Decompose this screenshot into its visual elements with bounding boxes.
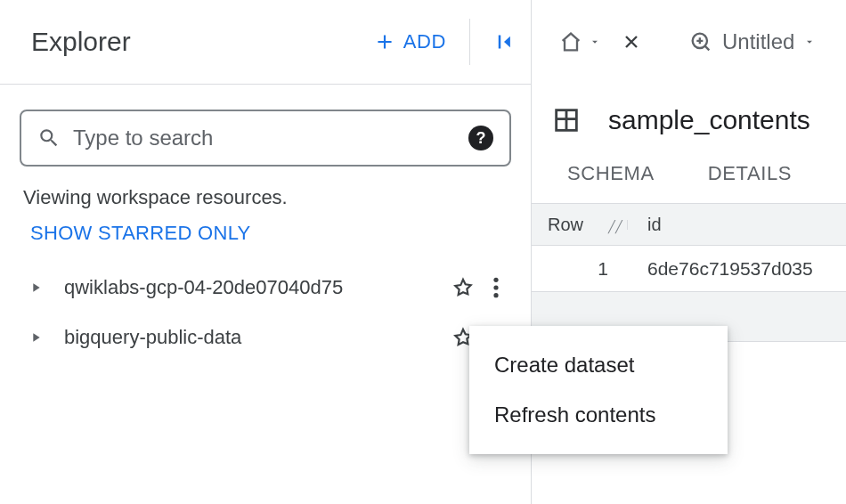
- breadcrumb: sample_contents: [532, 84, 846, 135]
- plus-icon: [373, 30, 396, 53]
- svg-rect-9: [567, 111, 575, 118]
- collapse-left-icon: [491, 28, 517, 55]
- search-input[interactable]: [73, 126, 456, 150]
- query-tab[interactable]: Untitled: [688, 29, 816, 54]
- tree-item-label: qwiklabs-gcp-04-20de07040d75: [45, 276, 445, 299]
- resize-handle-icon[interactable]: ╱╱: [608, 220, 622, 233]
- tab-bar: Untitled: [532, 0, 846, 84]
- tree-item-label: bigquery-public-data: [45, 326, 445, 349]
- svg-rect-10: [557, 120, 565, 129]
- star-outline-icon: [451, 276, 475, 299]
- tree-item-project[interactable]: bigquery-public-data: [20, 313, 511, 362]
- sidebar-title: Explorer: [31, 27, 366, 57]
- more-vert-icon: [492, 276, 500, 299]
- caret-down-icon: [589, 36, 601, 48]
- caret-right-icon: [27, 330, 45, 345]
- resources-hint: Viewing workspace resources.: [20, 186, 511, 209]
- divider: [469, 19, 470, 65]
- results-table: Row ╱╱ id 1 6de76c719537d035: [532, 203, 846, 342]
- tree-item-project[interactable]: qwiklabs-gcp-04-20de07040d75: [20, 263, 511, 313]
- add-button-label: ADD: [403, 30, 446, 53]
- explorer-sidebar: Explorer ADD ? Viewin: [0, 0, 532, 504]
- star-button[interactable]: [445, 270, 481, 305]
- header-id[interactable]: id: [628, 215, 662, 235]
- sub-tabs: SCHEMA DETAILS: [532, 135, 846, 203]
- tab-schema[interactable]: SCHEMA: [567, 162, 655, 185]
- add-button[interactable]: ADD: [366, 25, 453, 59]
- svg-point-0: [493, 278, 498, 282]
- help-icon[interactable]: ?: [468, 126, 493, 150]
- search-field[interactable]: ?: [20, 110, 511, 167]
- table-header: Row ╱╱ id: [532, 203, 846, 246]
- close-tab-button[interactable]: [621, 31, 642, 53]
- svg-rect-11: [567, 120, 575, 129]
- header-row[interactable]: Row ╱╱: [532, 215, 628, 235]
- show-starred-button[interactable]: SHOW STARRED ONLY: [30, 222, 251, 245]
- search-icon: [37, 126, 61, 150]
- context-menu: Create dataset Refresh contents: [469, 326, 728, 454]
- table-icon: [551, 105, 582, 135]
- query-icon: [688, 29, 713, 54]
- home-tab[interactable]: [558, 29, 601, 54]
- caret-right-icon: [27, 280, 45, 295]
- svg-point-1: [493, 285, 498, 289]
- caret-down-icon: [803, 36, 816, 48]
- tab-details[interactable]: DETAILS: [708, 162, 792, 185]
- cell-id: 6de76c719537d035: [628, 258, 813, 280]
- sidebar-header: Explorer ADD: [0, 0, 531, 84]
- sidebar-body: ? Viewing workspace resources. SHOW STAR…: [0, 84, 531, 362]
- svg-point-2: [493, 293, 498, 297]
- more-actions-button[interactable]: [481, 270, 511, 305]
- resource-tree: qwiklabs-gcp-04-20de07040d75: [20, 263, 511, 362]
- query-tab-label: Untitled: [722, 29, 794, 54]
- collapse-sidebar-button[interactable]: [484, 22, 524, 61]
- table-title: sample_contents: [608, 105, 810, 135]
- menu-create-dataset[interactable]: Create dataset: [469, 340, 728, 390]
- home-icon: [558, 29, 583, 54]
- table-row[interactable]: 1 6de76c719537d035: [532, 246, 846, 292]
- cell-row-number: 1: [532, 258, 628, 280]
- menu-refresh-contents[interactable]: Refresh contents: [469, 390, 728, 440]
- svg-rect-8: [557, 111, 565, 118]
